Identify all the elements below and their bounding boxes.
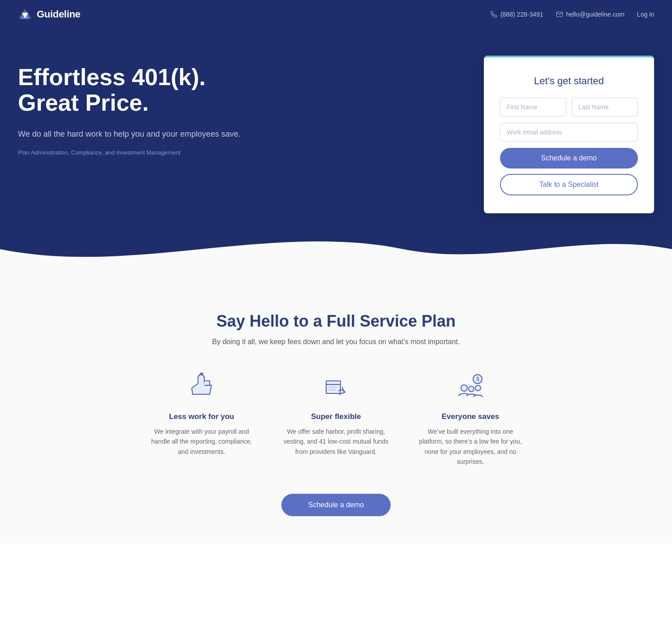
logo-icon bbox=[18, 7, 32, 22]
svg-point-14 bbox=[461, 385, 467, 391]
last-name-input[interactable] bbox=[572, 98, 638, 117]
flexible-icon bbox=[320, 371, 352, 403]
feature-less-work-desc: We integrate with your payroll and handl… bbox=[148, 427, 255, 457]
email-icon bbox=[556, 11, 563, 18]
feature-everyone-saves-desc: We’ve built everything into one platform… bbox=[417, 427, 524, 467]
first-name-input[interactable] bbox=[500, 98, 566, 117]
login-button[interactable]: Log in bbox=[637, 11, 654, 18]
talk-specialist-button[interactable]: Talk to a Specialist bbox=[500, 174, 638, 195]
svg-point-16 bbox=[475, 385, 481, 391]
site-header: Guideline (888) 228-3491 hello@guideline… bbox=[0, 0, 672, 29]
feature-less-work-name: Less work for you bbox=[169, 412, 234, 421]
logo[interactable]: Guideline bbox=[18, 7, 81, 22]
hero-tagline: Plan Administration, Compliance, and Inv… bbox=[18, 149, 241, 156]
feature-less-work: Less work for you We integrate with your… bbox=[148, 371, 255, 467]
features-subtitle: By doing it all, we keep fees down and l… bbox=[18, 338, 654, 346]
phone-icon bbox=[490, 11, 497, 18]
features-title: Say Hello to a Full Service Plan bbox=[18, 312, 654, 331]
feature-flexible-name: Super flexible bbox=[311, 412, 361, 421]
feature-everyone-saves: $ Everyone saves We’ve built everything … bbox=[417, 371, 524, 467]
name-row bbox=[500, 98, 638, 117]
phone-contact[interactable]: (888) 228-3491 bbox=[490, 11, 543, 18]
schedule-demo-button[interactable]: Schedule a demo bbox=[500, 148, 638, 168]
features-grid: Less work for you We integrate with your… bbox=[18, 371, 654, 467]
feature-flexible: Super flexible We offer safe harbor, pro… bbox=[282, 371, 390, 467]
phone-number: (888) 228-3491 bbox=[500, 11, 543, 18]
email-address: hello@guideline.com bbox=[566, 11, 625, 18]
feature-flexible-desc: We offer safe harbor, profit sharing, ve… bbox=[282, 427, 390, 457]
feature-everyone-saves-name: Everyone saves bbox=[442, 412, 500, 421]
features-section: Say Hello to a Full Service Plan By doin… bbox=[0, 276, 672, 543]
header-contact-area: (888) 228-3491 hello@guideline.com Log i… bbox=[490, 11, 654, 18]
svg-text:$: $ bbox=[476, 376, 479, 382]
hero-content: Effortless 401(k).Great Price. We do all… bbox=[18, 56, 241, 156]
email-input[interactable] bbox=[500, 123, 638, 142]
email-contact[interactable]: hello@guideline.com bbox=[556, 11, 625, 18]
svg-point-15 bbox=[469, 386, 474, 392]
less-work-icon bbox=[185, 371, 218, 403]
hero-title: Effortless 401(k).Great Price. bbox=[18, 65, 241, 116]
logo-label: Guideline bbox=[37, 9, 81, 20]
signup-form-card: Let's get started Schedule a demo Talk t… bbox=[484, 56, 654, 213]
everyone-saves-icon: $ bbox=[454, 371, 487, 403]
hero-section: Effortless 401(k).Great Price. We do all… bbox=[0, 29, 672, 276]
email-row bbox=[500, 123, 638, 142]
hero-subtitle: We do all the hard work to help you and … bbox=[18, 128, 241, 140]
hero-wave bbox=[0, 222, 672, 276]
bottom-schedule-demo-button[interactable]: Schedule a demo bbox=[281, 494, 391, 516]
form-title: Let's get started bbox=[500, 75, 638, 87]
